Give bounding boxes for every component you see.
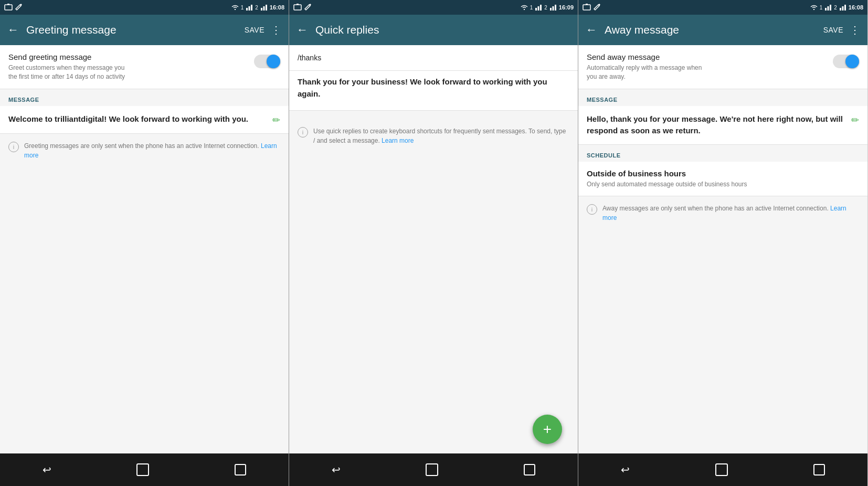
nav-bar-2: ↩ <box>289 453 578 486</box>
nav-recents-3[interactable] <box>813 464 825 476</box>
svg-rect-11 <box>538 6 539 10</box>
nav-bar-3: ↩ <box>578 453 867 486</box>
content-1: Send greeting message Greet customers wh… <box>0 45 289 453</box>
svg-rect-6 <box>263 6 264 10</box>
message-content-3: Hello, thank you for your message. We're… <box>587 113 846 137</box>
svg-rect-9 <box>297 4 299 5</box>
shortcut-row: /thanks <box>289 45 578 71</box>
nav-back-3[interactable]: ↩ <box>621 463 630 476</box>
info-row-2: i Use quick replies to create keyboard s… <box>289 119 578 153</box>
message-content-1: Welcome to trilliantdigital! We look for… <box>8 113 267 125</box>
more-options-1[interactable]: ⋮ <box>271 24 281 36</box>
edit-icon-status-2 <box>304 4 311 11</box>
time-1: 16:08 <box>270 4 284 10</box>
nav-recents-2[interactable] <box>524 464 535 476</box>
signal-2-label-3: 2 <box>834 5 837 10</box>
svg-rect-0 <box>5 5 12 10</box>
schedule-title-3: Outside of business hours <box>587 169 859 178</box>
nav-home-1[interactable] <box>136 463 149 476</box>
status-icons-right: 1 2 16:08 <box>231 4 284 10</box>
svg-rect-10 <box>535 8 537 10</box>
screenshot-icon <box>4 4 13 11</box>
wifi-icon <box>231 4 239 10</box>
toggle-row-3: Send away message Automatically reply wi… <box>578 45 867 89</box>
toggle-switch-1[interactable]: ON <box>254 55 280 68</box>
back-button-2[interactable]: ← <box>297 23 308 37</box>
svg-rect-1 <box>7 4 9 5</box>
nav-home-3[interactable] <box>715 463 728 476</box>
svg-rect-16 <box>583 5 590 10</box>
svg-rect-20 <box>830 5 831 10</box>
toggle-track-1[interactable]: ON <box>254 55 280 68</box>
info-icon-2: i <box>298 127 308 138</box>
svg-rect-2 <box>246 8 248 10</box>
toggle-title-3: Send away message <box>587 52 707 61</box>
app-bar-2: ← Quick replies <box>289 15 578 45</box>
signal-2-icon-3 <box>839 4 846 10</box>
svg-rect-12 <box>540 5 542 10</box>
nav-back-2[interactable]: ↩ <box>332 463 341 476</box>
signal-2-icon-2 <box>549 4 557 10</box>
svg-rect-23 <box>844 5 846 10</box>
status-icons-left-3 <box>583 4 600 11</box>
back-button-3[interactable]: ← <box>586 23 597 37</box>
more-options-3[interactable]: ⋮ <box>850 24 860 36</box>
toggle-switch-3[interactable]: ON <box>833 55 859 68</box>
toggle-thumb-3 <box>845 55 859 68</box>
screen-quick-replies: 1 2 16:09 ← Quick replies /thanks Thank … <box>289 0 578 486</box>
svg-rect-5 <box>261 8 262 10</box>
message-row-1: Welcome to trilliantdigital! We look for… <box>0 106 289 134</box>
toggle-text-3: Send away message Automatically reply wi… <box>587 52 707 81</box>
toggle-title-1: Send greeting message <box>8 52 129 61</box>
info-icon-3: i <box>587 204 597 215</box>
signal-2-label-2: 2 <box>544 5 547 10</box>
screen-title-3: Away message <box>605 24 823 36</box>
time-2: 16:09 <box>559 4 574 10</box>
fab-add-button[interactable]: + <box>533 415 562 444</box>
svg-rect-4 <box>251 5 252 10</box>
schedule-subtitle-3: Only send automated message outside of b… <box>587 180 859 189</box>
signal-2-icon <box>260 4 268 10</box>
svg-rect-3 <box>249 6 250 10</box>
edit-message-button-1[interactable]: ✏ <box>272 114 280 126</box>
save-button-3[interactable]: SAVE <box>823 26 843 34</box>
signal-2-label: 2 <box>255 5 258 10</box>
status-bar-2: 1 2 16:09 <box>289 0 578 15</box>
screen-title-2: Quick replies <box>315 24 570 36</box>
nav-back-1[interactable]: ↩ <box>43 463 51 476</box>
nav-home-2[interactable] <box>426 463 438 476</box>
signal-icon <box>246 4 253 10</box>
save-button-1[interactable]: SAVE <box>245 26 264 34</box>
toggle-track-3[interactable]: ON <box>833 55 859 68</box>
status-bar-1: 1 2 16:08 <box>0 0 289 15</box>
quick-reply-message: Thank you for your business! We look for… <box>289 71 578 111</box>
status-icons-left <box>4 4 22 11</box>
learn-more-link-2[interactable]: Learn more <box>382 137 414 144</box>
content-2: /thanks Thank you for your business! We … <box>289 45 578 453</box>
section-label-1: MESSAGE <box>0 89 289 106</box>
edit-icon-status <box>15 4 22 11</box>
signal-icon-2 <box>535 4 542 10</box>
nav-recents-1[interactable] <box>235 464 246 476</box>
shortcut-text: /thanks <box>298 54 321 62</box>
info-row-1: i Greeting messages are only sent when t… <box>0 134 289 167</box>
info-row-3: i Away messages are only sent when the p… <box>578 196 867 230</box>
svg-rect-8 <box>294 5 301 10</box>
screenshot-icon-2 <box>293 4 302 11</box>
info-text-3: Away messages are only sent when the pho… <box>602 204 859 223</box>
info-icon-1: i <box>8 142 19 152</box>
svg-rect-19 <box>828 6 829 10</box>
message-row-3: Hello, thank you for your message. We're… <box>578 106 867 145</box>
svg-rect-7 <box>266 5 267 10</box>
info-text-1: Greeting messages are only sent when the… <box>24 141 280 160</box>
time-3: 16:08 <box>849 4 863 10</box>
back-button-1[interactable]: ← <box>7 23 19 37</box>
nav-bar-1: ↩ <box>0 453 289 486</box>
section-label-schedule-3: SCHEDULE <box>578 145 867 162</box>
app-bar-1: ← Greeting message SAVE ⋮ <box>0 15 289 45</box>
svg-rect-21 <box>840 8 841 10</box>
content-3: Send away message Automatically reply wi… <box>578 45 867 453</box>
edit-message-button-3[interactable]: ✏ <box>851 114 859 126</box>
section-label-message-3: MESSAGE <box>578 89 867 106</box>
svg-rect-18 <box>825 8 827 10</box>
